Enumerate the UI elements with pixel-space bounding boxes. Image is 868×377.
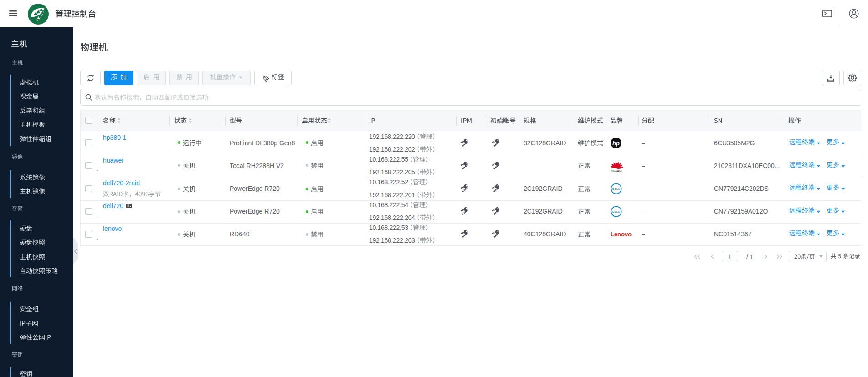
svg-text:DELL: DELL bbox=[612, 210, 620, 213]
svg-text:DELL: DELL bbox=[612, 187, 620, 190]
svg-text:HUAWEI: HUAWEI bbox=[611, 169, 622, 172]
svg-text:Lenovo: Lenovo bbox=[611, 231, 632, 237]
svg-text:hp: hp bbox=[612, 140, 620, 147]
